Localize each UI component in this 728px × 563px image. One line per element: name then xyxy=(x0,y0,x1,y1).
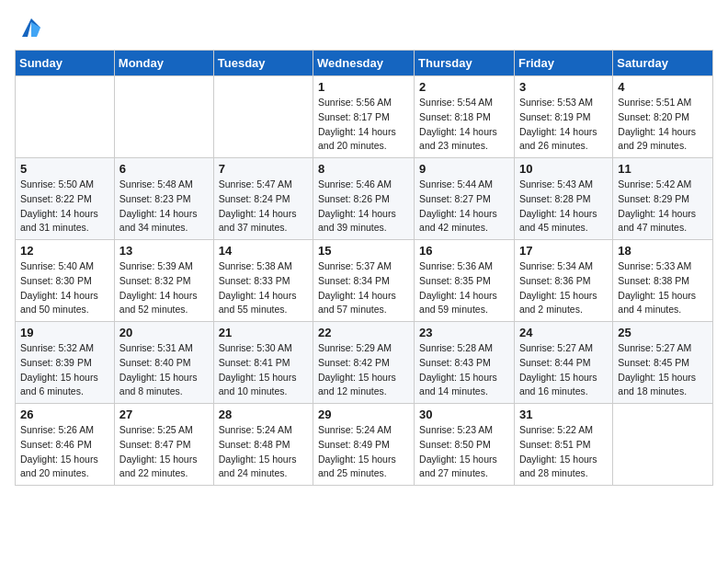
day-info: Sunrise: 5:33 AMSunset: 8:38 PMDaylight:… xyxy=(618,259,708,317)
calendar-cell: 17Sunrise: 5:34 AMSunset: 8:36 PMDayligh… xyxy=(514,240,612,322)
day-info: Sunrise: 5:29 AMSunset: 8:42 PMDaylight:… xyxy=(318,341,409,399)
calendar-cell: 15Sunrise: 5:37 AMSunset: 8:34 PMDayligh… xyxy=(313,240,415,322)
day-info: Sunrise: 5:32 AMSunset: 8:39 PMDaylight:… xyxy=(20,341,109,399)
day-number: 22 xyxy=(318,326,409,339)
day-number: 6 xyxy=(119,162,209,176)
day-number: 12 xyxy=(20,244,109,258)
weekday-header-wednesday: Wednesday xyxy=(313,51,415,76)
day-number: 15 xyxy=(318,244,409,258)
weekday-header-saturday: Saturday xyxy=(613,51,713,76)
day-number: 23 xyxy=(419,326,509,339)
calendar-cell: 7Sunrise: 5:47 AMSunset: 8:24 PMDaylight… xyxy=(213,158,313,240)
calendar-table: SundayMondayTuesdayWednesdayThursdayFrid… xyxy=(15,50,713,486)
calendar-cell: 13Sunrise: 5:39 AMSunset: 8:32 PMDayligh… xyxy=(114,240,213,322)
day-number: 28 xyxy=(219,408,308,421)
calendar-cell: 31Sunrise: 5:22 AMSunset: 8:51 PMDayligh… xyxy=(514,404,612,486)
calendar-cell: 18Sunrise: 5:33 AMSunset: 8:38 PMDayligh… xyxy=(613,240,713,322)
day-info: Sunrise: 5:31 AMSunset: 8:40 PMDaylight:… xyxy=(119,341,209,399)
weekday-header-thursday: Thursday xyxy=(415,51,515,76)
day-info: Sunrise: 5:48 AMSunset: 8:23 PMDaylight:… xyxy=(119,178,209,236)
day-info: Sunrise: 5:54 AMSunset: 8:18 PMDaylight:… xyxy=(419,96,509,154)
calendar-cell: 23Sunrise: 5:28 AMSunset: 8:43 PMDayligh… xyxy=(415,322,515,404)
calendar-cell: 5Sunrise: 5:50 AMSunset: 8:22 PMDaylight… xyxy=(16,158,115,240)
calendar-cell xyxy=(613,404,713,486)
day-info: Sunrise: 5:44 AMSunset: 8:27 PMDaylight:… xyxy=(419,178,509,236)
day-info: Sunrise: 5:38 AMSunset: 8:33 PMDaylight:… xyxy=(219,259,308,317)
day-number: 8 xyxy=(318,162,409,176)
day-info: Sunrise: 5:34 AMSunset: 8:36 PMDaylight:… xyxy=(519,259,608,317)
day-number: 3 xyxy=(519,80,608,94)
day-number: 16 xyxy=(419,244,509,258)
calendar-cell: 22Sunrise: 5:29 AMSunset: 8:42 PMDayligh… xyxy=(313,322,415,404)
weekday-header-friday: Friday xyxy=(514,51,612,76)
day-number: 18 xyxy=(618,244,708,258)
calendar-week-row: 19Sunrise: 5:32 AMSunset: 8:39 PMDayligh… xyxy=(16,322,713,404)
calendar-cell: 8Sunrise: 5:46 AMSunset: 8:26 PMDaylight… xyxy=(313,158,415,240)
page-header xyxy=(15,15,713,40)
day-info: Sunrise: 5:22 AMSunset: 8:51 PMDaylight:… xyxy=(519,423,608,481)
day-number: 13 xyxy=(119,244,209,258)
day-number: 26 xyxy=(20,408,109,421)
day-number: 5 xyxy=(20,162,109,176)
day-info: Sunrise: 5:46 AMSunset: 8:26 PMDaylight:… xyxy=(318,178,409,236)
calendar-cell: 10Sunrise: 5:43 AMSunset: 8:28 PMDayligh… xyxy=(514,158,612,240)
calendar-cell: 28Sunrise: 5:24 AMSunset: 8:48 PMDayligh… xyxy=(213,404,313,486)
calendar-cell: 6Sunrise: 5:48 AMSunset: 8:23 PMDaylight… xyxy=(114,158,213,240)
calendar-cell: 2Sunrise: 5:54 AMSunset: 8:18 PMDaylight… xyxy=(415,76,515,158)
calendar-cell: 20Sunrise: 5:31 AMSunset: 8:40 PMDayligh… xyxy=(114,322,213,404)
day-number: 7 xyxy=(219,162,308,176)
day-number: 11 xyxy=(618,162,708,176)
weekday-header-sunday: Sunday xyxy=(16,51,115,76)
day-number: 30 xyxy=(419,408,509,421)
day-number: 4 xyxy=(618,80,708,94)
day-info: Sunrise: 5:27 AMSunset: 8:45 PMDaylight:… xyxy=(618,341,708,399)
day-number: 19 xyxy=(20,326,109,339)
day-number: 9 xyxy=(419,162,509,176)
day-info: Sunrise: 5:40 AMSunset: 8:30 PMDaylight:… xyxy=(20,259,109,317)
calendar-cell xyxy=(114,76,213,158)
calendar-week-row: 12Sunrise: 5:40 AMSunset: 8:30 PMDayligh… xyxy=(16,240,713,322)
logo xyxy=(15,15,44,40)
day-number: 17 xyxy=(519,244,608,258)
day-number: 29 xyxy=(318,408,409,421)
day-info: Sunrise: 5:42 AMSunset: 8:29 PMDaylight:… xyxy=(618,178,708,236)
weekday-header-row: SundayMondayTuesdayWednesdayThursdayFrid… xyxy=(16,51,713,76)
day-info: Sunrise: 5:39 AMSunset: 8:32 PMDaylight:… xyxy=(119,259,209,317)
calendar-cell: 3Sunrise: 5:53 AMSunset: 8:19 PMDaylight… xyxy=(514,76,612,158)
day-info: Sunrise: 5:24 AMSunset: 8:48 PMDaylight:… xyxy=(219,423,308,481)
day-number: 10 xyxy=(519,162,608,176)
calendar-cell: 16Sunrise: 5:36 AMSunset: 8:35 PMDayligh… xyxy=(415,240,515,322)
day-info: Sunrise: 5:47 AMSunset: 8:24 PMDaylight:… xyxy=(219,178,308,236)
calendar-cell: 4Sunrise: 5:51 AMSunset: 8:20 PMDaylight… xyxy=(613,76,713,158)
calendar-week-row: 26Sunrise: 5:26 AMSunset: 8:46 PMDayligh… xyxy=(16,404,713,486)
day-number: 14 xyxy=(219,244,308,258)
calendar-cell xyxy=(16,76,115,158)
calendar-cell: 26Sunrise: 5:26 AMSunset: 8:46 PMDayligh… xyxy=(16,404,115,486)
day-info: Sunrise: 5:36 AMSunset: 8:35 PMDaylight:… xyxy=(419,259,509,317)
calendar-cell: 14Sunrise: 5:38 AMSunset: 8:33 PMDayligh… xyxy=(213,240,313,322)
calendar-cell: 25Sunrise: 5:27 AMSunset: 8:45 PMDayligh… xyxy=(613,322,713,404)
logo-icon xyxy=(18,15,44,40)
day-number: 31 xyxy=(519,408,608,421)
day-info: Sunrise: 5:23 AMSunset: 8:50 PMDaylight:… xyxy=(419,423,509,481)
calendar-cell xyxy=(213,76,313,158)
day-info: Sunrise: 5:24 AMSunset: 8:49 PMDaylight:… xyxy=(318,423,409,481)
day-info: Sunrise: 5:26 AMSunset: 8:46 PMDaylight:… xyxy=(20,423,109,481)
weekday-header-monday: Monday xyxy=(114,51,213,76)
day-info: Sunrise: 5:28 AMSunset: 8:43 PMDaylight:… xyxy=(419,341,509,399)
day-info: Sunrise: 5:56 AMSunset: 8:17 PMDaylight:… xyxy=(318,96,409,154)
calendar-cell: 29Sunrise: 5:24 AMSunset: 8:49 PMDayligh… xyxy=(313,404,415,486)
calendar-cell: 11Sunrise: 5:42 AMSunset: 8:29 PMDayligh… xyxy=(613,158,713,240)
calendar-cell: 12Sunrise: 5:40 AMSunset: 8:30 PMDayligh… xyxy=(16,240,115,322)
calendar-cell: 30Sunrise: 5:23 AMSunset: 8:50 PMDayligh… xyxy=(415,404,515,486)
day-number: 21 xyxy=(219,326,308,339)
day-number: 24 xyxy=(519,326,608,339)
day-number: 2 xyxy=(419,80,509,94)
day-number: 27 xyxy=(119,408,209,421)
day-number: 25 xyxy=(618,326,708,339)
calendar-cell: 19Sunrise: 5:32 AMSunset: 8:39 PMDayligh… xyxy=(16,322,115,404)
calendar-cell: 27Sunrise: 5:25 AMSunset: 8:47 PMDayligh… xyxy=(114,404,213,486)
day-info: Sunrise: 5:37 AMSunset: 8:34 PMDaylight:… xyxy=(318,259,409,317)
day-info: Sunrise: 5:53 AMSunset: 8:19 PMDaylight:… xyxy=(519,96,608,154)
calendar-cell: 1Sunrise: 5:56 AMSunset: 8:17 PMDaylight… xyxy=(313,76,415,158)
